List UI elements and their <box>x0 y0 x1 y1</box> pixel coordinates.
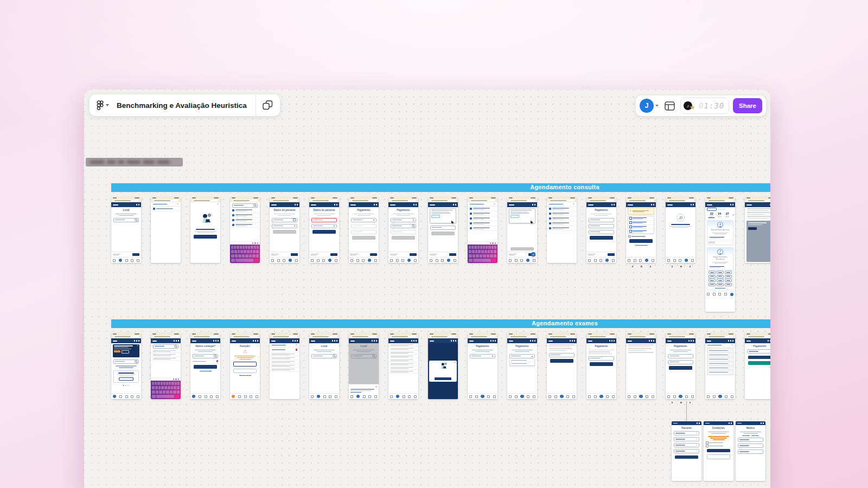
share-button[interactable]: Share <box>733 98 762 113</box>
phone-screen-thumbnail[interactable] <box>547 333 577 399</box>
phone-screen-thumbnail[interactable]: Pagamento <box>586 197 616 263</box>
thumb-list-row <box>230 208 260 213</box>
phone-screen-thumbnail[interactable]: Pagamento <box>586 333 616 399</box>
phone-screen-thumbnail[interactable]: Vamos começar? <box>190 333 220 399</box>
phone-screen-thumbnail[interactable]: Dados do paciente! <box>309 197 339 263</box>
phone-screen-thumbnail[interactable] <box>151 333 181 399</box>
thumb-bar <box>272 366 290 367</box>
phone-screen-thumbnail[interactable]: Pagamento <box>507 333 537 399</box>
thumb-list-row <box>388 358 418 362</box>
section-bar-agendamento-consulta[interactable]: Agendamento consulta <box>111 183 770 192</box>
library-panel-button[interactable] <box>662 101 676 111</box>
thumb-bar <box>196 229 214 230</box>
redacted-label[interactable] <box>86 158 183 166</box>
thumb-bottom-nav <box>705 291 735 297</box>
thumb-bar <box>119 377 133 381</box>
chevron-down-icon <box>106 104 109 106</box>
phone-screen-thumbnail[interactable]: × <box>151 197 181 263</box>
phone-screen-thumbnail[interactable]: Condições <box>704 421 733 481</box>
thumb-subtitle <box>309 213 339 217</box>
thumb-bar <box>391 352 413 352</box>
music-timer-widget[interactable]: ♪ ★ 01:30 <box>680 98 729 114</box>
thumb-app-header <box>745 338 770 343</box>
file-title[interactable]: Benchmarking e Avaliação Heuristica <box>113 101 256 110</box>
thumb-bar <box>235 216 247 216</box>
phone-screen-thumbnail[interactable]: Local <box>309 333 339 399</box>
phone-screen-thumbnail[interactable]: Dados do paciente <box>270 197 299 263</box>
thumb-bar <box>430 341 434 342</box>
phone-screen-thumbnail[interactable] <box>745 197 770 263</box>
reaction-dots[interactable] <box>672 402 691 403</box>
error-icon: ! <box>335 219 335 221</box>
phone-screen-thumbnail[interactable]: × <box>428 333 458 399</box>
thumb-bar <box>234 205 244 206</box>
thumb-header-icon <box>572 340 573 342</box>
phone-screen-thumbnail[interactable]: Pagamento <box>666 333 695 399</box>
phone-screen-thumbnail[interactable]: × <box>468 197 497 263</box>
phone-screen-thumbnail[interactable]: Pagamento <box>468 333 497 399</box>
phone-screen-thumbnail[interactable]: Pagamento <box>745 333 770 399</box>
thumb-bar <box>469 333 473 335</box>
phone-screen-thumbnail[interactable]: Pagamento <box>388 197 418 263</box>
thumb-bar <box>432 227 442 228</box>
thumb-cookie-text <box>430 254 449 255</box>
kb-tool-icon <box>252 242 254 244</box>
time-slot <box>717 275 724 278</box>
main-menu-button[interactable] <box>90 100 113 111</box>
thumb-bar <box>194 356 204 357</box>
phone-screen-thumbnail[interactable]: Paciente✓✓✓✓ <box>672 421 701 481</box>
phone-screen-thumbnail[interactable]: × <box>270 333 299 399</box>
thumb-spacer <box>666 229 695 257</box>
thumb-input-field <box>113 218 139 222</box>
canvas[interactable]: Agendamento consulta Agendamento exames … <box>84 89 770 488</box>
phone-screen-thumbnail[interactable]: × <box>111 333 141 399</box>
time-slot <box>709 275 716 278</box>
connector-line[interactable] <box>686 401 687 421</box>
phone-screen-thumbnail[interactable]: Local× <box>349 333 379 399</box>
thumb-bar <box>393 214 414 215</box>
reaction-dots[interactable] <box>672 266 691 267</box>
nav-item-icon <box>612 259 615 262</box>
phone-screen-thumbnail[interactable]: × <box>190 197 220 263</box>
thumb-bar <box>115 220 125 221</box>
nav-item-icon <box>509 395 512 398</box>
thumb-enter-key <box>175 395 180 398</box>
thumb-bar <box>390 197 394 198</box>
phone-screen-thumbnail[interactable]: Médico <box>736 421 765 481</box>
section-bar-agendamento-exames[interactable]: Agendamento exames <box>111 319 770 328</box>
phone-screen-thumbnail[interactable] <box>230 197 260 263</box>
thumb-list-row <box>547 216 577 221</box>
thumb-bar <box>391 356 413 356</box>
thumb-app-header <box>270 338 299 343</box>
phone-screen-thumbnail[interactable]: + <box>507 197 537 263</box>
result-row <box>707 362 733 366</box>
phone-screen-thumbnail[interactable]: Local <box>111 197 141 263</box>
thumb-bar <box>239 359 251 360</box>
phone-screen-thumbnail[interactable] <box>428 197 458 263</box>
thumb-bar <box>153 358 176 358</box>
phone-screen-thumbnail[interactable]: D <box>666 197 695 263</box>
thumb-spacer <box>270 235 299 252</box>
list-item-icon <box>470 217 472 220</box>
phone-screen-thumbnail[interactable]: × <box>547 197 577 263</box>
phone-screen-thumbnail[interactable]: ‹22NOV24NOV27NOV⚙Michelle Nunes da Costa… <box>705 197 735 312</box>
thumb-key <box>238 254 241 258</box>
thumb-key <box>163 390 166 394</box>
current-user-menu[interactable]: J <box>640 99 659 113</box>
phone-screen-thumbnail[interactable] <box>626 333 656 399</box>
phone-screen-thumbnail[interactable]: ⚠ <box>626 197 656 263</box>
nav-item-icon <box>515 395 518 398</box>
thumb-screen-title: Local <box>111 207 141 213</box>
thumb-header-icon <box>138 204 140 206</box>
thumb-filter-chips <box>705 207 735 211</box>
thumb-bar <box>350 390 372 391</box>
reaction-dots[interactable] <box>632 266 652 267</box>
phone-screen-thumbnail[interactable]: Pagamento <box>349 197 379 263</box>
thumb-bar <box>748 200 764 201</box>
phone-screen-thumbnail[interactable]: × <box>705 333 735 399</box>
phone-screen-thumbnail[interactable] <box>388 333 418 399</box>
frames-tool-button[interactable] <box>256 94 280 116</box>
thumb-bar <box>392 336 408 337</box>
phone-screen-thumbnail[interactable]: Atenção!⚠ <box>230 333 260 399</box>
nav-item-icon <box>368 259 372 262</box>
